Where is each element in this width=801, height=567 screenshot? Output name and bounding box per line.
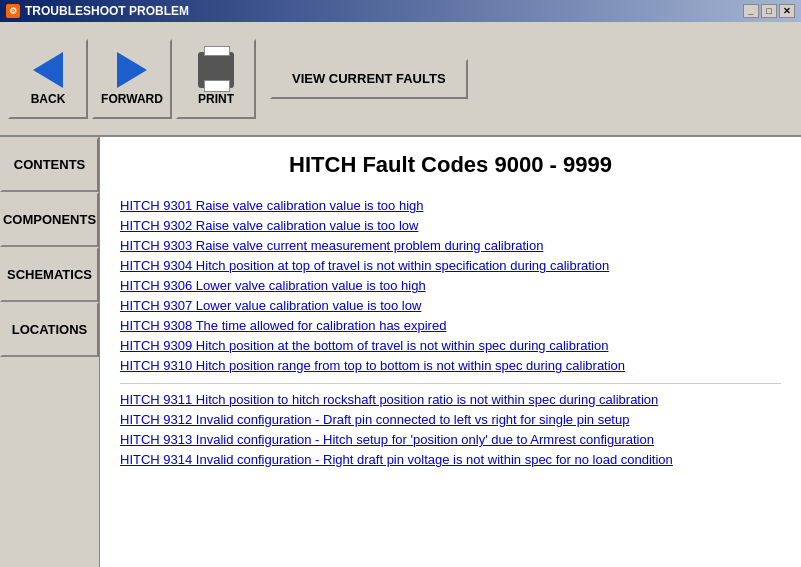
back-label: BACK [31, 92, 66, 106]
fault-list-2: HITCH 9311 Hitch position to hitch rocks… [120, 392, 781, 467]
divider-1 [120, 383, 781, 384]
app-icon: ⚙ [6, 4, 20, 18]
title-bar: ⚙ TROUBLESHOOT PROBLEM _ □ ✕ [0, 0, 801, 22]
sidebar-item-schematics[interactable]: SCHEMATICS [0, 247, 99, 302]
back-button[interactable]: BACK [8, 39, 88, 119]
sidebar: CONTENTS COMPONENTS SCHEMATICS LOCATIONS [0, 137, 100, 567]
fault-9310[interactable]: HITCH 9310 Hitch position range from top… [120, 358, 781, 373]
forward-arrow-icon [107, 52, 157, 88]
fault-9308[interactable]: HITCH 9308 The time allowed for calibrat… [120, 318, 781, 333]
arrow-left-shape [33, 52, 63, 88]
title-controls[interactable]: _ □ ✕ [743, 4, 795, 18]
fault-9303[interactable]: HITCH 9303 Raise valve current measureme… [120, 238, 781, 253]
fault-9312[interactable]: HITCH 9312 Invalid configuration - Draft… [120, 412, 781, 427]
page-title: HITCH Fault Codes 9000 - 9999 [120, 152, 781, 178]
printer-icon [198, 52, 234, 88]
fault-9311[interactable]: HITCH 9311 Hitch position to hitch rocks… [120, 392, 781, 407]
fault-9304[interactable]: HITCH 9304 Hitch position at top of trav… [120, 258, 781, 273]
fault-9313[interactable]: HITCH 9313 Invalid configuration - Hitch… [120, 432, 781, 447]
title-bar-left: ⚙ TROUBLESHOOT PROBLEM [6, 4, 189, 18]
sidebar-item-components[interactable]: COMPONENTS [0, 192, 99, 247]
forward-label: FORWARD [101, 92, 163, 106]
fault-9309[interactable]: HITCH 9309 Hitch position at the bottom … [120, 338, 781, 353]
view-current-faults-button[interactable]: VIEW CURRENT FAULTS [270, 59, 468, 99]
fault-9301[interactable]: HITCH 9301 Raise valve calibration value… [120, 198, 781, 213]
sidebar-item-locations[interactable]: LOCATIONS [0, 302, 99, 357]
close-button[interactable]: ✕ [779, 4, 795, 18]
fault-9306[interactable]: HITCH 9306 Lower valve calibration value… [120, 278, 781, 293]
fault-9314[interactable]: HITCH 9314 Invalid configuration - Right… [120, 452, 781, 467]
print-button[interactable]: PRINT [176, 39, 256, 119]
back-arrow-icon [23, 52, 73, 88]
fault-9302[interactable]: HITCH 9302 Raise valve calibration value… [120, 218, 781, 233]
arrow-right-shape [117, 52, 147, 88]
forward-button[interactable]: FORWARD [92, 39, 172, 119]
fault-9307[interactable]: HITCH 9307 Lower value calibration value… [120, 298, 781, 313]
maximize-button[interactable]: □ [761, 4, 777, 18]
minimize-button[interactable]: _ [743, 4, 759, 18]
main-layout: CONTENTS COMPONENTS SCHEMATICS LOCATIONS… [0, 137, 801, 567]
content-area: HITCH Fault Codes 9000 - 9999 HITCH 9301… [100, 137, 801, 567]
toolbar: BACK FORWARD PRINT VIEW CURRENT FAULTS [0, 22, 801, 137]
fault-list: HITCH 9301 Raise valve calibration value… [120, 198, 781, 373]
content-scroll[interactable]: HITCH Fault Codes 9000 - 9999 HITCH 9301… [100, 137, 801, 567]
print-label: PRINT [198, 92, 234, 106]
title-text: TROUBLESHOOT PROBLEM [25, 4, 189, 18]
sidebar-item-contents[interactable]: CONTENTS [0, 137, 99, 192]
